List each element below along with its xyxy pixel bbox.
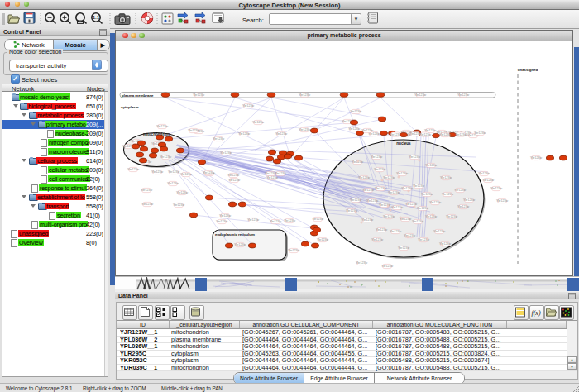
- svg-text:Ybr123w: Ybr123w: [317, 238, 329, 241]
- svg-text:Ybr123w: Ybr123w: [219, 214, 232, 218]
- svg-text:Ybr123w: Ybr123w: [173, 203, 185, 207]
- svg-text:Ybr123w: Ybr123w: [151, 170, 164, 174]
- svg-text:Ybr123w: Ybr123w: [396, 172, 409, 175]
- svg-text:Ybr123w: Ybr123w: [284, 219, 296, 222]
- svg-text:Ybr123w: Ybr123w: [220, 151, 232, 155]
- svg-text:Ybr123w: Ybr123w: [141, 203, 154, 206]
- svg-text:Ybr123w: Ybr123w: [405, 203, 418, 206]
- svg-text:Ybr123w: Ybr123w: [270, 220, 282, 223]
- svg-text:Ybr123w: Ybr123w: [141, 189, 153, 192]
- svg-text:Ybr123w: Ybr123w: [266, 176, 279, 179]
- svg-text:Ybr123w: Ybr123w: [348, 127, 361, 131]
- svg-text:Ybr123w: Ybr123w: [228, 179, 241, 182]
- svg-text:Ybr123w: Ybr123w: [383, 176, 395, 179]
- svg-text:Ybr123w: Ybr123w: [379, 203, 391, 207]
- svg-text:Ybr123w: Ybr123w: [176, 191, 189, 194]
- svg-text:Ybr123w: Ybr123w: [216, 220, 228, 223]
- svg-text:Ybr123w: Ybr123w: [376, 228, 388, 232]
- svg-text:Ybr123w: Ybr123w: [482, 179, 495, 182]
- svg-text:Ybr123w: Ybr123w: [371, 155, 383, 159]
- svg-text:Ybr123w: Ybr123w: [457, 205, 470, 208]
- svg-text:Ybr123w: Ybr123w: [455, 133, 467, 136]
- svg-text:Ybr123w: Ybr123w: [247, 218, 260, 222]
- svg-text:Ybr123w: Ybr123w: [383, 215, 395, 218]
- svg-text:endoplasmic reticulum: endoplasmic reticulum: [215, 232, 255, 237]
- svg-text:Ybr123w: Ybr123w: [362, 189, 375, 192]
- svg-text:Ybr123w: Ybr123w: [213, 137, 225, 141]
- svg-text:Ybr123w: Ybr123w: [496, 199, 509, 203]
- svg-text:Ybr123w: Ybr123w: [413, 184, 425, 188]
- svg-text:Ybr123w: Ybr123w: [398, 246, 410, 250]
- svg-text:Ybr123w: Ybr123w: [203, 171, 215, 174]
- svg-text:cytoplasm: cytoplasm: [121, 105, 139, 109]
- svg-text:Ybr123w: Ybr123w: [400, 218, 412, 221]
- svg-text:Ybr123w: Ybr123w: [242, 104, 255, 108]
- svg-text:Ybr123w: Ybr123w: [350, 198, 362, 202]
- svg-text:Ybr123w: Ybr123w: [371, 238, 384, 241]
- svg-text:Ybr123w: Ybr123w: [417, 207, 429, 210]
- svg-text:plasma membrane: plasma membrane: [122, 93, 154, 98]
- svg-text:Ybr123w: Ybr123w: [252, 121, 265, 124]
- svg-text:Ybr123w: Ybr123w: [167, 182, 179, 185]
- svg-text:Ybr123w: Ybr123w: [361, 218, 374, 222]
- svg-text:unassigned: unassigned: [518, 68, 538, 72]
- svg-text:Ybr123w: Ybr123w: [374, 168, 386, 171]
- svg-text:Ybr123w: Ybr123w: [275, 132, 288, 136]
- svg-text:Ybr123w: Ybr123w: [454, 189, 467, 192]
- svg-text:Ybr123w: Ybr123w: [401, 187, 414, 190]
- svg-text:Ybr123w: Ybr123w: [156, 125, 169, 128]
- svg-text:Ybr123w: Ybr123w: [234, 243, 246, 246]
- svg-text:Ybr123w: Ybr123w: [425, 215, 438, 218]
- svg-text:Ybr123w: Ybr123w: [127, 168, 140, 171]
- svg-text:Ybr123w: Ybr123w: [391, 206, 404, 209]
- svg-text:Ybr123w: Ybr123w: [168, 170, 180, 174]
- svg-text:Ybr123w: Ybr123w: [414, 93, 427, 97]
- svg-text:Ybr123w: Ybr123w: [429, 201, 442, 204]
- svg-text:Ybr123w: Ybr123w: [421, 193, 433, 196]
- svg-text:Ybr123w: Ybr123w: [530, 156, 543, 160]
- svg-text:Ybr123w: Ybr123w: [439, 133, 452, 136]
- svg-text:Ybr123w: Ybr123w: [425, 164, 438, 167]
- svg-text:Ybr123w: Ybr123w: [412, 220, 424, 223]
- svg-text:Ybr123w: Ybr123w: [446, 215, 458, 218]
- svg-text:Ybr123w: Ybr123w: [409, 155, 421, 159]
- svg-text:Ybr123w: Ybr123w: [366, 199, 379, 203]
- svg-text:Ybr123w: Ybr123w: [358, 176, 371, 179]
- svg-text:Ybr123w: Ybr123w: [350, 110, 362, 113]
- svg-text:Ybr123w: Ybr123w: [227, 174, 240, 177]
- svg-text:Ybr123w: Ybr123w: [299, 128, 311, 131]
- svg-text:Ybr123w: Ybr123w: [478, 172, 490, 175]
- svg-text:Ybr123w: Ybr123w: [381, 265, 394, 268]
- svg-text:Ybr123w: Ybr123w: [238, 132, 251, 136]
- svg-text:nucleus: nucleus: [396, 141, 411, 146]
- svg-text:Ybr123w: Ybr123w: [275, 172, 287, 175]
- svg-text:Ybr123w: Ybr123w: [433, 230, 446, 233]
- svg-text:Ybr123w: Ybr123w: [193, 93, 205, 97]
- svg-text:Ybr123w: Ybr123w: [419, 133, 432, 136]
- svg-text:Ybr123w: Ybr123w: [390, 230, 402, 233]
- svg-text:Ybr123w: Ybr123w: [440, 176, 452, 179]
- svg-text:Ybr123w: Ybr123w: [474, 131, 486, 135]
- svg-text:Ybr123w: Ybr123w: [490, 187, 503, 190]
- svg-text:Ybr123w: Ybr123w: [388, 191, 400, 194]
- svg-text:Ybr123w: Ybr123w: [312, 218, 324, 221]
- svg-text:Ybr123w: Ybr123w: [439, 242, 452, 246]
- svg-text:Ybr123w: Ybr123w: [180, 173, 193, 176]
- svg-text:Ybr123w: Ybr123w: [160, 155, 172, 159]
- svg-text:Ybr123w: Ybr123w: [463, 198, 476, 202]
- svg-text:Ybr123w: Ybr123w: [404, 234, 416, 237]
- svg-text:Ybr123w: Ybr123w: [188, 129, 200, 132]
- svg-text:1:1: 1:1: [93, 15, 99, 20]
- svg-text:f(x): f(x): [531, 309, 540, 317]
- svg-text:Ybr123w: Ybr123w: [457, 93, 470, 97]
- svg-text:Ybr123w: Ybr123w: [299, 93, 311, 97]
- svg-text:Ybr123w: Ybr123w: [368, 132, 380, 136]
- svg-text:Ybr123w: Ybr123w: [356, 261, 368, 265]
- svg-text:Ybr123w: Ybr123w: [288, 249, 300, 252]
